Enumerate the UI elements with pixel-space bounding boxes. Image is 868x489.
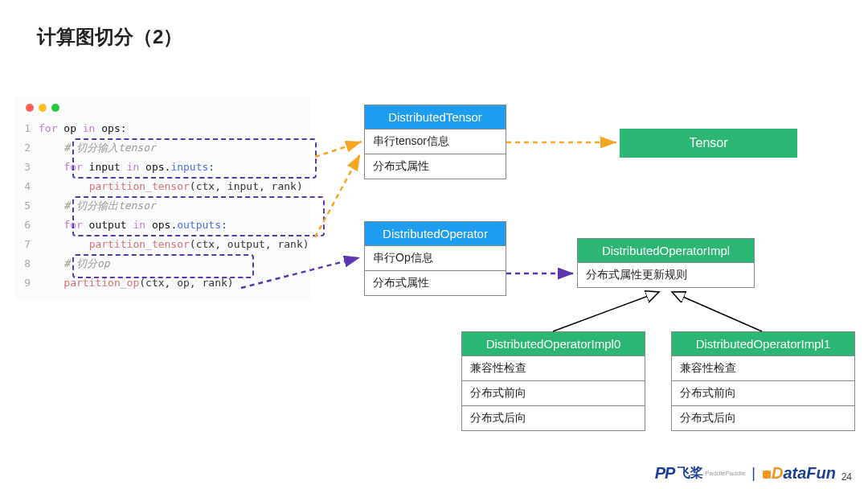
box-header: DistributedOperator <box>365 222 506 245</box>
code-line: 4 partition_tensor(ctx, input, rank) <box>14 177 310 196</box>
arrow-to-tensor-1 <box>315 142 362 157</box>
box-row: 分布式属性 <box>365 154 506 179</box>
code-panel: 1for op in ops: 2 # 切分输入tensor 3 for inp… <box>14 97 310 301</box>
box-row: 串行Op信息 <box>365 245 506 270</box>
box-row: 分布式后向 <box>672 405 854 430</box>
arrow-to-tensor-2 <box>315 154 360 237</box>
window-controls <box>14 97 310 119</box>
box-header: DistributedOperatorImpl0 <box>462 332 645 355</box>
box-distributed-tensor: DistributedTensor 串行tensor信息 分布式属性 <box>364 105 506 179</box>
paddle-subtext: PaddlePaddle <box>705 470 745 477</box>
box-header: DistributedTensor <box>365 105 506 129</box>
datafun-square-icon <box>763 471 771 479</box>
box-distributed-operator: DistributedOperator 串行Op信息 分布式属性 <box>364 221 506 296</box>
datafun-logo: DataFun <box>762 464 836 483</box>
box-header: Tensor <box>689 136 727 150</box>
box-row: 兼容性检查 <box>672 355 854 380</box>
box-distributed-operator-impl: DistributedOperatorImpl 分布式属性更新规则 <box>577 238 755 288</box>
box-impl0: DistributedOperatorImpl0 兼容性检查 分布式前向 分布式… <box>461 331 645 431</box>
code-line: 2 # 切分输入tensor <box>14 138 310 158</box>
box-row: 分布式前向 <box>672 380 854 405</box>
box-row: 兼容性检查 <box>462 355 645 380</box>
box-row: 串行tensor信息 <box>365 129 506 154</box>
code-line: 3 for input in ops.inputs: <box>14 158 310 177</box>
box-row: 分布式前向 <box>462 380 645 405</box>
box-tensor: Tensor <box>620 129 797 158</box>
code-line: 8 # 切分op <box>14 254 310 273</box>
box-row: 分布式后向 <box>462 405 645 430</box>
code-line: 5 # 切分输出tensor <box>14 196 310 216</box>
box-header: DistributedOperatorImpl <box>578 239 754 262</box>
minimize-icon <box>39 104 47 112</box>
maximize-icon <box>51 104 59 112</box>
page-number: 24 <box>841 471 852 483</box>
slide-title: 计算图切分（2） <box>37 24 182 50</box>
code-line: 6 for output in ops.outputs: <box>14 216 310 235</box>
code-line: 7 partition_tensor(ctx, output, rank) <box>14 235 310 254</box>
paddle-logo: PP 飞桨 PaddlePaddle <box>655 464 746 483</box>
box-impl1: DistributedOperatorImpl1 兼容性检查 分布式前向 分布式… <box>671 331 855 431</box>
logo-separator: | <box>751 465 755 482</box>
box-row: 分布式属性更新规则 <box>578 262 754 287</box>
paddle-text: 飞桨 <box>678 465 703 482</box>
close-icon <box>26 104 34 112</box>
paddle-mark-icon: PP <box>655 464 675 483</box>
box-row: 分布式属性 <box>365 270 506 295</box>
arrow-impl1-inherit <box>672 292 762 331</box>
footer-logos: PP 飞桨 PaddlePaddle | DataFun <box>655 464 836 483</box>
box-header: DistributedOperatorImpl1 <box>672 332 854 355</box>
code-line: 1for op in ops: <box>14 119 310 138</box>
arrow-impl0-inherit <box>553 292 659 331</box>
code-line: 9 partition_op(ctx, op, rank) <box>14 273 310 293</box>
